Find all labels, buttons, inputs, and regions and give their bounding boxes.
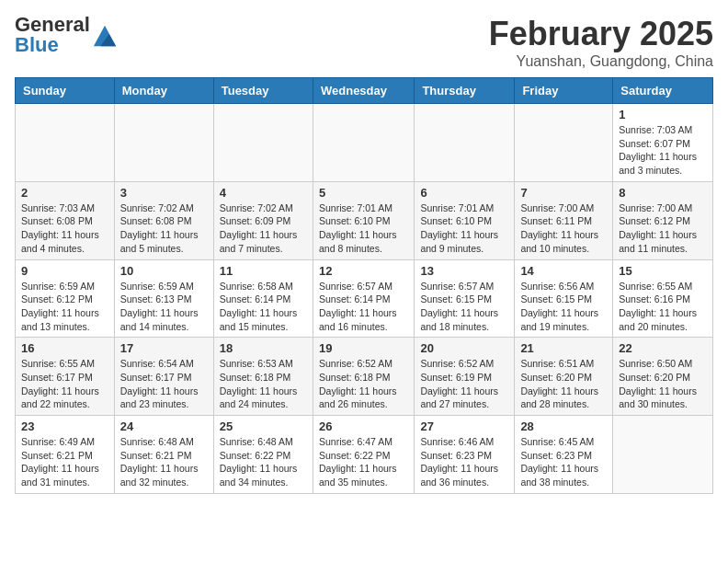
day-info: Sunrise: 7:03 AMSunset: 6:08 PMDaylight:… <box>21 201 108 256</box>
calendar-cell <box>415 104 515 182</box>
day-info: Sunrise: 7:00 AMSunset: 6:11 PMDaylight:… <box>520 201 607 256</box>
calendar-cell: 15Sunrise: 6:55 AMSunset: 6:16 PMDayligh… <box>613 259 713 338</box>
weekday-header-thursday: Thursday <box>415 78 515 104</box>
month-title: February 2025 <box>489 15 713 53</box>
week-row-0: 1Sunrise: 7:03 AMSunset: 6:07 PMDaylight… <box>16 104 713 182</box>
day-number: 7 <box>520 186 607 200</box>
logo: General Blue <box>15 15 118 55</box>
calendar-cell: 26Sunrise: 6:47 AMSunset: 6:22 PMDayligh… <box>313 416 414 494</box>
calendar-cell: 4Sunrise: 7:02 AMSunset: 6:09 PMDaylight… <box>213 181 313 259</box>
calendar-cell: 5Sunrise: 7:01 AMSunset: 6:10 PMDaylight… <box>313 181 414 259</box>
day-number: 10 <box>120 264 208 278</box>
weekday-header-tuesday: Tuesday <box>213 78 313 104</box>
day-number: 5 <box>319 186 408 200</box>
calendar-cell: 7Sunrise: 7:00 AMSunset: 6:11 PMDaylight… <box>515 181 613 259</box>
calendar-cell: 14Sunrise: 6:56 AMSunset: 6:15 PMDayligh… <box>515 259 613 338</box>
calendar-cell: 18Sunrise: 6:53 AMSunset: 6:18 PMDayligh… <box>213 338 313 416</box>
day-number: 26 <box>319 419 408 433</box>
calendar-cell: 9Sunrise: 6:59 AMSunset: 6:12 PMDaylight… <box>16 259 115 338</box>
week-row-2: 9Sunrise: 6:59 AMSunset: 6:12 PMDaylight… <box>16 259 713 338</box>
weekday-header-row: SundayMondayTuesdayWednesdayThursdayFrid… <box>16 78 713 104</box>
day-info: Sunrise: 6:55 AMSunset: 6:16 PMDaylight:… <box>619 280 707 334</box>
calendar-cell: 21Sunrise: 6:51 AMSunset: 6:20 PMDayligh… <box>515 338 613 416</box>
logo-text: General Blue <box>15 15 90 56</box>
day-number: 27 <box>420 419 508 433</box>
day-number: 3 <box>120 186 208 200</box>
calendar-cell: 12Sunrise: 6:57 AMSunset: 6:14 PMDayligh… <box>313 259 414 338</box>
calendar-cell <box>613 416 713 494</box>
weekday-header-monday: Monday <box>114 78 213 104</box>
day-number: 28 <box>520 419 607 433</box>
day-number: 24 <box>120 419 208 433</box>
day-info: Sunrise: 6:51 AMSunset: 6:20 PMDaylight:… <box>520 357 607 411</box>
day-info: Sunrise: 6:46 AMSunset: 6:23 PMDaylight:… <box>420 435 508 489</box>
day-number: 18 <box>220 341 307 355</box>
day-info: Sunrise: 6:48 AMSunset: 6:22 PMDaylight:… <box>220 435 307 489</box>
calendar-cell: 17Sunrise: 6:54 AMSunset: 6:17 PMDayligh… <box>114 338 213 416</box>
day-info: Sunrise: 6:52 AMSunset: 6:19 PMDaylight:… <box>420 357 508 411</box>
day-info: Sunrise: 6:55 AMSunset: 6:17 PMDaylight:… <box>21 357 108 411</box>
weekday-header-wednesday: Wednesday <box>313 78 414 104</box>
calendar-cell: 3Sunrise: 7:02 AMSunset: 6:08 PMDaylight… <box>114 181 213 259</box>
calendar-cell: 8Sunrise: 7:00 AMSunset: 6:12 PMDaylight… <box>613 181 713 259</box>
day-number: 25 <box>220 419 307 433</box>
calendar-cell: 23Sunrise: 6:49 AMSunset: 6:21 PMDayligh… <box>16 416 115 494</box>
day-info: Sunrise: 7:02 AMSunset: 6:09 PMDaylight:… <box>220 201 307 256</box>
day-info: Sunrise: 6:57 AMSunset: 6:15 PMDaylight:… <box>420 280 508 334</box>
day-info: Sunrise: 6:53 AMSunset: 6:18 PMDaylight:… <box>220 357 307 411</box>
day-number: 8 <box>619 186 707 200</box>
calendar-cell: 25Sunrise: 6:48 AMSunset: 6:22 PMDayligh… <box>213 416 313 494</box>
day-info: Sunrise: 7:03 AMSunset: 6:07 PMDaylight:… <box>619 123 707 178</box>
calendar-cell <box>515 104 613 182</box>
calendar-cell <box>16 104 115 182</box>
calendar-cell: 27Sunrise: 6:46 AMSunset: 6:23 PMDayligh… <box>415 416 515 494</box>
weekday-header-sunday: Sunday <box>16 78 115 104</box>
location: Yuanshan, Guangdong, China <box>489 53 713 70</box>
day-number: 20 <box>420 341 508 355</box>
calendar-cell: 10Sunrise: 6:59 AMSunset: 6:13 PMDayligh… <box>114 259 213 338</box>
day-info: Sunrise: 6:45 AMSunset: 6:23 PMDaylight:… <box>520 435 607 489</box>
day-number: 19 <box>319 341 408 355</box>
day-number: 4 <box>220 186 307 200</box>
day-number: 16 <box>21 341 108 355</box>
day-number: 9 <box>21 264 108 278</box>
weekday-header-friday: Friday <box>515 78 613 104</box>
calendar-cell: 19Sunrise: 6:52 AMSunset: 6:18 PMDayligh… <box>313 338 414 416</box>
week-row-1: 2Sunrise: 7:03 AMSunset: 6:08 PMDaylight… <box>16 181 713 259</box>
day-number: 22 <box>619 341 707 355</box>
day-number: 6 <box>420 186 508 200</box>
week-row-4: 23Sunrise: 6:49 AMSunset: 6:21 PMDayligh… <box>16 416 713 494</box>
day-number: 23 <box>21 419 108 433</box>
logo-icon <box>92 22 118 48</box>
calendar-cell: 1Sunrise: 7:03 AMSunset: 6:07 PMDaylight… <box>613 104 713 182</box>
day-info: Sunrise: 6:59 AMSunset: 6:12 PMDaylight:… <box>21 280 108 334</box>
calendar-cell: 6Sunrise: 7:01 AMSunset: 6:10 PMDaylight… <box>415 181 515 259</box>
calendar-cell: 11Sunrise: 6:58 AMSunset: 6:14 PMDayligh… <box>213 259 313 338</box>
day-info: Sunrise: 6:49 AMSunset: 6:21 PMDaylight:… <box>21 435 108 489</box>
day-info: Sunrise: 6:47 AMSunset: 6:22 PMDaylight:… <box>319 435 408 489</box>
day-info: Sunrise: 6:56 AMSunset: 6:15 PMDaylight:… <box>520 280 607 334</box>
calendar-cell <box>114 104 213 182</box>
day-info: Sunrise: 7:01 AMSunset: 6:10 PMDaylight:… <box>319 201 408 256</box>
day-number: 11 <box>220 264 307 278</box>
day-info: Sunrise: 6:58 AMSunset: 6:14 PMDaylight:… <box>220 280 307 334</box>
day-number: 12 <box>319 264 408 278</box>
day-info: Sunrise: 6:59 AMSunset: 6:13 PMDaylight:… <box>120 280 208 334</box>
day-info: Sunrise: 7:01 AMSunset: 6:10 PMDaylight:… <box>420 201 508 256</box>
calendar-cell: 22Sunrise: 6:50 AMSunset: 6:20 PMDayligh… <box>613 338 713 416</box>
calendar-cell: 24Sunrise: 6:48 AMSunset: 6:21 PMDayligh… <box>114 416 213 494</box>
page-header: General Blue February 2025 Yuanshan, Gua… <box>15 15 713 70</box>
day-number: 14 <box>520 264 607 278</box>
day-number: 21 <box>520 341 607 355</box>
calendar-cell <box>313 104 414 182</box>
calendar-cell: 13Sunrise: 6:57 AMSunset: 6:15 PMDayligh… <box>415 259 515 338</box>
calendar-cell <box>213 104 313 182</box>
day-number: 17 <box>120 341 208 355</box>
day-number: 15 <box>619 264 707 278</box>
calendar-cell: 28Sunrise: 6:45 AMSunset: 6:23 PMDayligh… <box>515 416 613 494</box>
weekday-header-saturday: Saturday <box>613 78 713 104</box>
title-section: February 2025 Yuanshan, Guangdong, China <box>489 15 713 70</box>
day-info: Sunrise: 7:00 AMSunset: 6:12 PMDaylight:… <box>619 201 707 256</box>
day-info: Sunrise: 6:52 AMSunset: 6:18 PMDaylight:… <box>319 357 408 411</box>
day-info: Sunrise: 6:54 AMSunset: 6:17 PMDaylight:… <box>120 357 208 411</box>
